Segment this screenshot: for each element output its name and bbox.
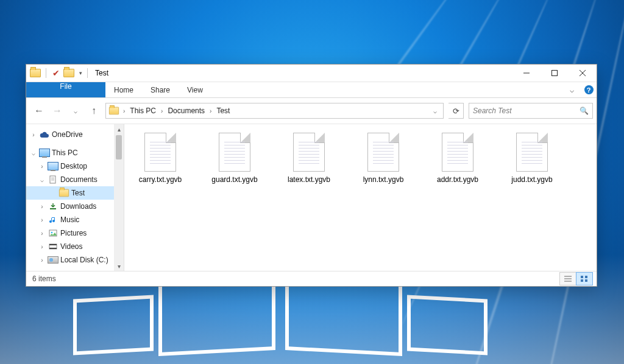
file-item[interactable]: addr.txt.ygvb [428, 130, 488, 186]
file-name: judd.txt.ygvb [511, 175, 552, 184]
svg-line-2 [580, 70, 586, 76]
refresh-button[interactable]: ⟳ [448, 103, 464, 119]
folder-icon [58, 189, 69, 197]
qat-properties-icon[interactable]: ✔ [51, 68, 61, 78]
file-item[interactable]: carry.txt.ygvb [130, 130, 190, 186]
videos-icon [48, 242, 58, 251]
search-placeholder: Search Test [473, 107, 580, 115]
navigation-pane: › OneDrive ⌵ This PC › Desktop [26, 124, 124, 271]
tree-label: Desktop [60, 162, 87, 170]
breadcrumb-this-pc[interactable]: This PC [129, 107, 157, 115]
tree-item-onedrive[interactable]: › OneDrive [26, 128, 124, 141]
file-item[interactable]: guard.txt.ygvb [205, 130, 264, 186]
window-title: Test [95, 69, 108, 77]
ribbon: File Home Share View ⌵ ? [26, 82, 597, 98]
qat-separator-2 [87, 68, 88, 78]
file-item[interactable]: latex.txt.ygvb [279, 130, 339, 186]
svg-rect-18 [585, 276, 587, 278]
svg-line-3 [580, 70, 586, 76]
titlebar[interactable]: ✔ ▾ Test [26, 65, 597, 82]
recent-locations-icon[interactable]: ⌵ [69, 104, 82, 117]
tree-item-pictures[interactable]: › Pictures [26, 226, 124, 240]
tree-item-videos[interactable]: › Videos [26, 240, 124, 253]
desktop-icon [48, 162, 58, 170]
file-name: latex.txt.ygvb [288, 175, 330, 184]
pictures-icon [48, 229, 58, 237]
search-icon: 🔍 [580, 107, 589, 115]
file-explorer-window: ✔ ▾ Test File Home Share View ⌵ [26, 64, 597, 287]
breadcrumb-test[interactable]: Test [215, 107, 231, 115]
maximize-button[interactable] [541, 65, 569, 82]
forward-button[interactable]: → [51, 104, 64, 117]
icons-view-button[interactable] [576, 272, 593, 285]
qat-new-folder-icon[interactable] [63, 69, 74, 77]
ribbon-collapse-icon[interactable]: ⌵ [562, 82, 581, 97]
up-button[interactable]: ↑ [87, 104, 101, 117]
minimize-button[interactable] [512, 65, 541, 82]
tree-label: OneDrive [52, 130, 83, 139]
tab-home[interactable]: Home [105, 82, 142, 97]
tree-item-this-pc[interactable]: ⌵ This PC [26, 146, 124, 159]
documents-icon [48, 175, 58, 184]
file-name: addr.txt.ygvb [437, 175, 478, 184]
scroll-thumb[interactable] [116, 135, 122, 159]
file-list[interactable]: carry.txt.ygvb guard.txt.ygvb latex.txt.… [124, 124, 597, 271]
svg-point-10 [51, 232, 53, 234]
svg-rect-17 [581, 276, 583, 278]
tree-label: Pictures [60, 229, 87, 237]
breadcrumb-sep: › [208, 108, 213, 114]
desktop-wallpaper: ✔ ▾ Test File Home Share View ⌵ [0, 0, 624, 364]
svg-rect-4 [50, 176, 55, 183]
search-box[interactable]: Search Test 🔍 [469, 103, 593, 119]
item-count: 6 items [32, 275, 56, 283]
svg-rect-13 [49, 248, 57, 249]
tree-item-local-disk[interactable]: › Local Disk (C:) [26, 253, 124, 267]
scroll-up-icon[interactable]: ▴ [114, 124, 124, 134]
address-history-icon[interactable]: ⌵ [430, 108, 441, 114]
tree-label: Local Disk (C:) [60, 256, 108, 264]
breadcrumb-sep: › [160, 108, 164, 114]
file-icon [144, 133, 176, 172]
file-item[interactable]: lynn.txt.ygvb [353, 130, 413, 186]
file-icon [516, 133, 548, 172]
tree-label: Downloads [60, 202, 96, 211]
tree-item-documents[interactable]: ⌵ Documents [26, 173, 124, 186]
tab-share[interactable]: Share [142, 82, 179, 97]
status-bar: 6 items [26, 271, 597, 286]
tree-label: Music [60, 215, 79, 224]
tab-view[interactable]: View [179, 82, 211, 97]
tree-label: This PC [52, 149, 78, 157]
address-folder-icon [109, 107, 119, 115]
file-icon [367, 133, 399, 172]
svg-rect-19 [581, 279, 583, 282]
music-icon [48, 215, 58, 224]
tree-item-test[interactable]: Test [26, 186, 124, 200]
downloads-icon [48, 202, 58, 211]
tree-item-desktop[interactable]: › Desktop [26, 159, 124, 173]
scroll-down-icon[interactable]: ▾ [114, 261, 124, 271]
tree-item-music[interactable]: › Music [26, 213, 124, 226]
qat-customize-icon[interactable]: ▾ [79, 70, 82, 76]
this-pc-icon [39, 149, 50, 157]
file-name: guard.txt.ygvb [211, 175, 257, 184]
close-button[interactable] [569, 65, 597, 82]
breadcrumb-documents[interactable]: Documents [166, 107, 206, 115]
breadcrumb-sep: › [122, 108, 126, 114]
address-bar[interactable]: › This PC › Documents › Test ⌵ [105, 103, 444, 119]
svg-rect-8 [50, 208, 56, 209]
help-button[interactable]: ? [581, 82, 597, 97]
tree-label: Test [71, 189, 85, 197]
file-name: carry.txt.ygvb [139, 175, 182, 184]
file-name: lynn.txt.ygvb [363, 175, 404, 184]
file-icon [442, 133, 473, 172]
file-icon [219, 133, 250, 172]
file-item[interactable]: judd.txt.ygvb [502, 130, 562, 186]
back-button[interactable]: ← [32, 104, 46, 117]
nav-scrollbar[interactable]: ▴ ▾ [114, 124, 124, 271]
file-menu[interactable]: File [26, 82, 105, 97]
navigation-bar: ← → ⌵ ↑ › This PC › Documents › Test ⌵ ⟳… [26, 98, 597, 124]
details-view-button[interactable] [559, 272, 576, 285]
tree-item-downloads[interactable]: › Downloads [26, 200, 124, 213]
tree-label: Documents [60, 175, 98, 184]
svg-rect-12 [49, 244, 57, 245]
